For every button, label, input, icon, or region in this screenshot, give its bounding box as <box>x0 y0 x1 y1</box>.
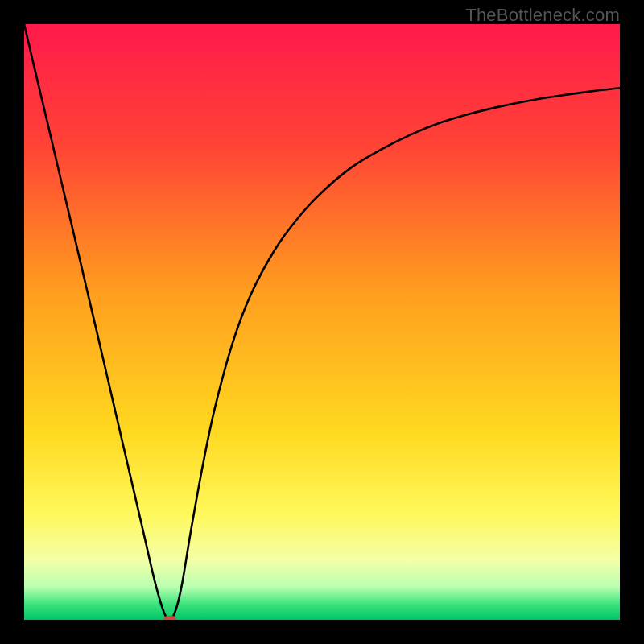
chart-frame: TheBottleneck.com <box>0 0 644 644</box>
watermark-label: TheBottleneck.com <box>465 5 620 26</box>
bottleneck-curve <box>24 24 620 620</box>
plot-area <box>24 24 620 620</box>
minimum-marker <box>163 616 176 620</box>
curve-layer <box>24 24 620 620</box>
